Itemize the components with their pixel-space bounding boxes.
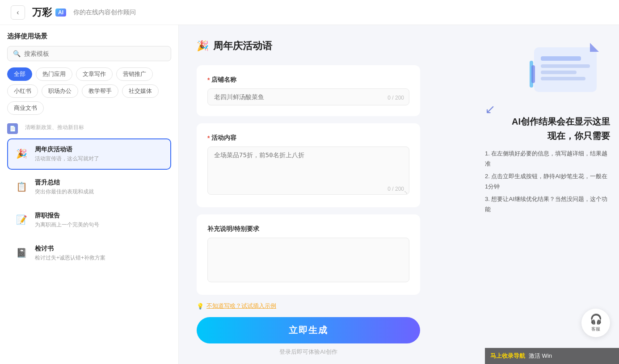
resignation-content: 辞职报告 为离职画上一个完美的句号 [35,212,165,229]
anniversary-content: 周年庆活动语 活动宣传语，这么写就对了 [35,146,165,163]
step-3: 3. 想要让AI继续优化结果？当然没问题，这个功能 [485,194,610,215]
search-icon: 🔍 [13,50,21,57]
store-name-section: * 店铺名称 0 / 200 [197,65,420,116]
illustration-area [485,38,610,105]
supplement-section: 补充说明/特别要求 [197,214,420,295]
form-title-icon: 🎉 [197,40,209,52]
activity-counter: 0 / 200 [387,186,404,192]
store-name-label: * 店铺名称 [207,76,409,84]
main-content: 🎉 周年庆活动语 * 店铺名称 0 / 200 * 活动内容 0 / 200 [179,25,476,364]
tag-office[interactable]: 职场办公 [42,84,78,98]
anniversary-icon: 🎉 [13,146,29,162]
svg-rect-2 [541,64,590,68]
back-icon: ‹ [17,8,19,17]
svg-rect-3 [541,71,577,74]
cs-label: 客服 [591,326,600,332]
svg-rect-7 [531,65,535,83]
tags-row: 全部 热门应用 文章写作 营销推广 [7,67,171,81]
policy-text: 清晰新政策、推动新目标 [25,124,84,131]
logo-ai-badge: AI [55,8,66,17]
tag-teaching[interactable]: 教学帮手 [82,84,118,98]
review-title: 检讨书 [35,245,165,253]
review-content: 检讨书 检讨过失+诚恩认错+补救方案 [35,245,165,262]
resize-handle-icon: ⤡ [404,190,408,195]
tag-xiaohongshu[interactable]: 小红书 [7,84,38,98]
svg-rect-4 [541,77,585,80]
form-title: 周年庆活动语 [213,39,272,53]
store-name-counter: 0 / 200 [387,95,404,101]
tag-article[interactable]: 文章写作 [76,67,113,81]
illustration-svg [521,38,610,105]
bottom-bar-text: 激活 Win [529,352,552,360]
sidebar-item-review[interactable]: 📓 检讨书 检讨过失+诚恩认错+补救方案 [7,238,171,269]
right-panel-heading: AI创作结果会在显示这里 现在，你只需要 [485,114,610,143]
anniversary-title: 周年庆活动语 [35,146,165,154]
promotion-title: 晋升总结 [35,179,165,187]
arrow-icon: ↙ [485,102,495,117]
svg-rect-1 [541,56,581,61]
resignation-icon: 📝 [13,212,29,228]
form-header: 🎉 周年庆活动语 [197,39,458,53]
right-panel-text-area: ↙ AI创作结果会在显示这里 现在，你只需要 [485,111,610,143]
sidebar-item-resignation[interactable]: 📝 辞职报告 为离职画上一个完美的句号 [7,205,171,236]
resignation-desc: 为离职画上一个完美的句号 [35,221,165,229]
search-box[interactable]: 🔍 [7,46,171,61]
svg-marker-5 [590,43,599,52]
tag-social[interactable]: 社交媒体 [122,84,159,98]
activity-content-label: * 活动内容 [207,134,409,142]
store-name-input[interactable] [207,88,409,105]
tags-row-3: 商业文书 [7,101,171,115]
supplement-textarea[interactable] [207,238,409,282]
promotion-desc: 突出你最佳的表现和成就 [35,188,165,196]
sidebar-item-promotion[interactable]: 📋 晋升总结 突出你最佳的表现和成就 [7,172,171,203]
sidebar: 选择使用场景 🔍 全部 热门应用 文章写作 营销推广 小红书 职场办公 教学帮手… [0,25,179,364]
activity-required: * [207,134,210,142]
promotion-content: 晋升总结 突出你最佳的表现和成就 [35,179,165,196]
activity-content-wrapper: 0 / 200 ⤡ [207,146,409,197]
hint-icon: 💡 [197,303,204,310]
store-name-required: * [207,76,210,84]
activity-content-section: * 活动内容 0 / 200 ⤡ [197,123,420,207]
review-icon: 📓 [13,245,29,261]
supplement-wrapper [207,238,409,284]
svg-rect-0 [534,47,597,92]
tags-row-2: 小红书 职场办公 教学帮手 社交媒体 [7,84,171,98]
anniversary-desc: 活动宣传语，这么写就对了 [35,155,165,163]
login-hint: 登录后即可体验AI创作 [197,348,420,356]
hint-text[interactable]: 💡 不知道写啥？试试插入示例 [197,302,458,310]
policy-divider: 📄 清晰新政策、推动新目标 [7,118,171,138]
generate-button[interactable]: 立即生成 [197,317,420,343]
tag-marketing[interactable]: 营销推广 [116,67,153,81]
supplement-label: 补充说明/特别要求 [207,225,409,233]
right-panel-steps: 1. 在左侧填好必要的信息，填写越详细，结果越准 2. 点击立即生成按钮，静待A… [485,148,610,216]
main-layout: 选择使用场景 🔍 全部 热门应用 文章写作 营销推广 小红书 职场办公 教学帮手… [0,25,619,364]
policy-icon: 📄 [7,123,18,134]
step-1: 1. 在左侧填好必要的信息，填写越详细，结果越准 [485,148,610,169]
customer-service-button[interactable]: 🎧 客服 [581,309,610,337]
logo-text: 万彩 [32,6,52,19]
step-2: 2. 点击立即生成按钮，静待AI妙笔生花，一般在1分钟 [485,171,610,192]
resignation-title: 辞职报告 [35,212,165,220]
activity-content-textarea[interactable] [207,146,409,195]
header-subtitle: 你的在线内容创作顾问 [73,8,136,17]
review-desc: 检讨过失+诚恩认错+补救方案 [35,254,165,262]
hint-label: 不知道写啥？试试插入示例 [206,302,276,310]
tag-all[interactable]: 全部 [7,67,32,81]
sidebar-title: 选择使用场景 [7,32,171,41]
logo-area: 万彩 AI [32,6,66,19]
tag-business[interactable]: 商业文书 [7,101,44,115]
back-button[interactable]: ‹ [11,5,25,20]
store-name-input-row: 0 / 200 [207,88,409,105]
bottom-bar-prefix: 马上收录导航 [490,352,525,360]
bottom-bar: 马上收录导航 激活 Win [485,348,619,364]
header: ‹ 万彩 AI 你的在线内容创作顾问 [0,0,619,25]
search-input[interactable] [24,50,165,57]
sidebar-item-anniversary[interactable]: 🎉 周年庆活动语 活动宣传语，这么写就对了 [7,138,171,170]
tag-hot[interactable]: 热门应用 [36,67,72,81]
cs-icon: 🎧 [590,314,602,325]
promotion-icon: 📋 [13,179,29,195]
